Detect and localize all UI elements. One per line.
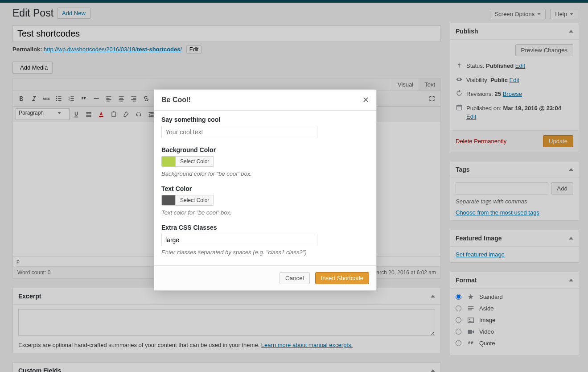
select-color-button[interactable]: Select Color <box>175 157 214 166</box>
select-color-button[interactable]: Select Color <box>175 195 214 205</box>
css-classes-label: Extra CSS Classes <box>161 224 369 231</box>
bg-color-swatch <box>162 157 175 166</box>
cool-text-label: Say something cool <box>161 116 369 123</box>
css-classes-help: Enter classes separated by spaces (e.g. … <box>161 249 369 256</box>
close-icon[interactable]: ✕ <box>362 95 369 105</box>
bg-color-selector[interactable]: Select Color <box>161 156 214 167</box>
text-color-swatch <box>162 195 175 205</box>
bg-color-label: Background Color <box>161 146 369 153</box>
cancel-button[interactable]: Cancel <box>280 272 310 284</box>
shortcode-modal: Be Cool! ✕ Say something cool Background… <box>154 89 377 291</box>
text-color-selector[interactable]: Select Color <box>161 195 214 206</box>
bg-color-help: Background color for "be cool" box. <box>161 170 369 177</box>
css-classes-input[interactable] <box>161 234 317 246</box>
modal-title: Be Cool! <box>161 96 191 104</box>
cool-text-input[interactable] <box>161 126 317 138</box>
insert-shortcode-button[interactable]: Insert Shortcode <box>315 272 369 284</box>
text-color-help: Text color for "be cool" box. <box>161 209 369 216</box>
text-color-label: Text Color <box>161 185 369 192</box>
